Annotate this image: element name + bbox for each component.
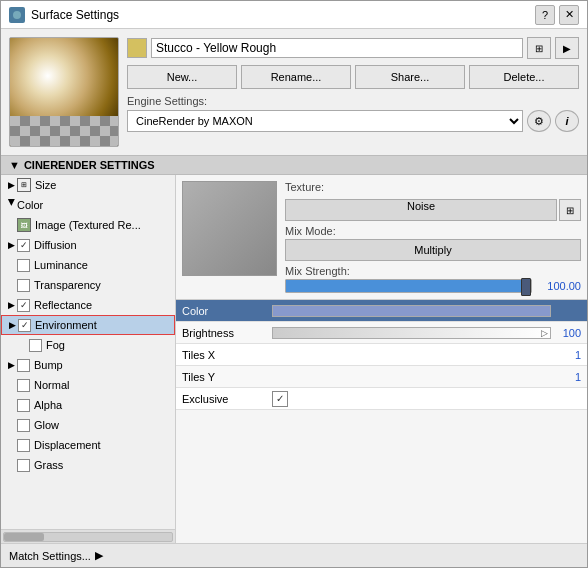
slider-fill [286,280,531,292]
material-arrow-button[interactable]: ▶ [555,37,579,59]
prop-row-color[interactable]: Color [176,300,587,322]
window-title: Surface Settings [31,8,535,22]
brightness-label: Brightness [182,327,272,339]
fog-checkbox[interactable] [29,339,42,352]
material-options-button[interactable]: ⊞ [527,37,551,59]
bump-label: Bump [34,359,63,371]
list-item-glow[interactable]: ▶ Glow [1,415,175,435]
right-panel: Texture: Noise ⊞ Mix Mode: Multiply Mix … [176,175,587,543]
material-name-field[interactable]: Stucco - Yellow Rough [151,38,523,58]
match-settings-label: Match Settings... [9,550,91,562]
alpha-checkbox[interactable] [17,399,30,412]
sphere-background [10,116,118,146]
list-item-fog[interactable]: ▶ Fog [13,335,175,355]
size-icon: ⊞ [17,178,31,192]
delete-button[interactable]: Delete... [469,65,579,89]
brightness-slider[interactable]: ▷ [272,327,551,339]
horizontal-scrollbar[interactable] [1,529,175,543]
size-label: Size [35,179,56,191]
fog-label: Fog [46,339,65,351]
environment-checkbox[interactable] [18,319,31,332]
engine-label: Engine Settings: [127,95,579,107]
displacement-label: Displacement [34,439,101,451]
slider-thumb[interactable] [521,278,531,296]
glow-checkbox[interactable] [17,419,30,432]
content-area: Stucco - Yellow Rough ⊞ ▶ New... Rename.… [1,29,587,567]
mix-strength-row: Mix Strength: 100.00 [285,265,581,293]
list-item-alpha[interactable]: ▶ Alpha [1,395,175,415]
color-swatch[interactable] [272,305,551,317]
luminance-checkbox[interactable] [17,259,30,272]
brightness-arrow: ▷ [541,328,548,338]
texture-area: Texture: Noise ⊞ Mix Mode: Multiply Mix … [176,175,587,300]
list-item-environment[interactable]: ▶ Environment [1,315,175,335]
bump-arrow: ▶ [5,359,17,371]
luminance-label: Luminance [34,259,88,271]
bump-checkbox[interactable] [17,359,30,372]
engine-info-button[interactable]: i [555,110,579,132]
scroll-track[interactable] [3,532,173,542]
engine-row: Engine Settings: CineRender by MAXON ⚙ i [127,95,579,132]
reflectance-arrow: ▶ [5,299,17,311]
texture-preview [182,181,277,276]
mix-strength-label: Mix Strength: [285,265,581,277]
list-item-luminance[interactable]: ▶ Luminance [1,255,175,275]
environment-arrow: ▶ [6,319,18,331]
normal-label: Normal [34,379,69,391]
transparency-label: Transparency [34,279,101,291]
top-section: Stucco - Yellow Rough ⊞ ▶ New... Rename.… [1,29,587,155]
diffusion-checkbox[interactable] [17,239,30,252]
engine-select-row: CineRender by MAXON ⚙ i [127,110,579,132]
material-preview [9,37,119,147]
list-item-reflectance[interactable]: ▶ Reflectance [1,295,175,315]
surface-settings-window: Surface Settings ? ✕ Stucco - Yellow Rou… [0,0,588,568]
share-button[interactable]: Share... [355,65,465,89]
material-name-row: Stucco - Yellow Rough ⊞ ▶ [127,37,579,59]
engine-settings-button[interactable]: ⚙ [527,110,551,132]
list-item-diffusion[interactable]: ▶ Diffusion [1,235,175,255]
brightness-value: 100 [551,327,581,339]
match-settings-arrow: ▶ [95,549,103,562]
close-button[interactable]: ✕ [559,5,579,25]
props-table: Color Brightness ▷ 100 Tiles X [176,300,587,543]
grass-checkbox[interactable] [17,459,30,472]
reflectance-checkbox[interactable] [17,299,30,312]
texture-controls: Texture: Noise ⊞ Mix Mode: Multiply Mix … [285,181,581,293]
list-item-color[interactable]: ▶ Color [1,195,175,215]
prop-row-tiles-y[interactable]: Tiles Y 1 [176,366,587,388]
match-settings-button[interactable]: Match Settings... ▶ [5,547,107,564]
displacement-checkbox[interactable] [17,439,30,452]
list-item-size[interactable]: ▶ ⊞ Size [1,175,175,195]
bottom-bar: Match Settings... ▶ [1,543,587,567]
prop-row-exclusive[interactable]: Exclusive [176,388,587,410]
tiles-y-value: 1 [551,371,581,383]
title-bar: Surface Settings ? ✕ [1,1,587,29]
list-item-grass[interactable]: ▶ Grass [1,455,175,475]
exclusive-label: Exclusive [182,393,272,405]
slider-row: 100.00 [285,279,581,293]
list-item-normal[interactable]: ▶ Normal [1,375,175,395]
list-item-image[interactable]: 🖼 Image (Textured Re... [13,215,175,235]
texture-options-button[interactable]: ⊞ [559,199,581,221]
list-item-bump[interactable]: ▶ Bump [1,355,175,375]
mix-mode-value[interactable]: Multiply [285,239,581,261]
list-item-transparency[interactable]: ▶ Transparency [1,275,175,295]
rename-button[interactable]: Rename... [241,65,351,89]
diffusion-label: Diffusion [34,239,77,251]
exclusive-checkbox[interactable] [272,391,288,407]
help-button[interactable]: ? [535,5,555,25]
scroll-thumb[interactable] [4,533,44,541]
normal-checkbox[interactable] [17,379,30,392]
slider-value: 100.00 [536,280,581,292]
new-button[interactable]: New... [127,65,237,89]
tiles-x-label: Tiles X [182,349,272,361]
engine-select[interactable]: CineRender by MAXON [127,110,523,132]
transparency-checkbox[interactable] [17,279,30,292]
main-split: ▶ ⊞ Size ▶ Color 🖼 Image (Textured Re... [1,175,587,543]
prop-row-tiles-x[interactable]: Tiles X 1 [176,344,587,366]
mix-strength-slider[interactable] [285,279,532,293]
collapse-arrow[interactable]: ▼ [9,159,20,171]
texture-name-field[interactable]: Noise [285,199,557,221]
prop-row-brightness[interactable]: Brightness ▷ 100 [176,322,587,344]
list-item-displacement[interactable]: ▶ Displacement [1,435,175,455]
